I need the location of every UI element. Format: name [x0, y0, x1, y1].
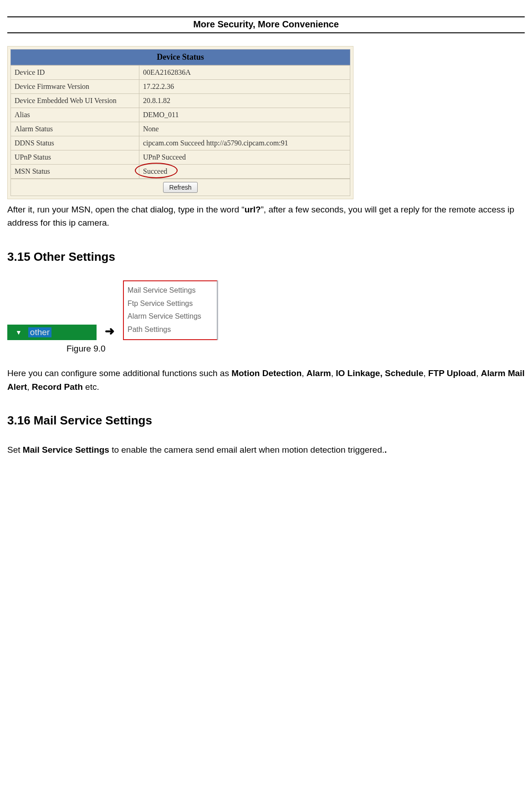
section-315-heading: 3.15 Other Settings	[7, 250, 525, 264]
status-key: Device Firmware Version	[11, 80, 139, 94]
text-bold: FTP Upload	[428, 368, 476, 378]
device-status-table: Device ID 00EA2162836A Device Firmware V…	[10, 65, 350, 179]
other-settings-paragraph: Here you can configure some additional f…	[7, 367, 525, 393]
text: ,	[423, 368, 428, 378]
text: ,	[331, 368, 336, 378]
text: ,	[476, 368, 481, 378]
status-key: Alias	[11, 108, 139, 122]
arrow-right-icon: ➜	[105, 324, 115, 338]
status-key: Device ID	[11, 66, 139, 80]
text: Set	[7, 445, 23, 455]
menu-item-ftp-service[interactable]: Ftp Service Settings	[128, 297, 213, 310]
menu-item-path-settings[interactable]: Path Settings	[128, 323, 213, 336]
status-key: UPnP Status	[11, 150, 139, 165]
text-bold: Mail Service Settings	[23, 445, 109, 455]
url-keyword: url?	[245, 205, 261, 214]
table-row: Device ID 00EA2162836A	[11, 66, 350, 80]
page-header-tagline: More Security, More Convenience	[7, 17, 525, 33]
status-key: MSN Status	[11, 165, 139, 179]
table-row: Alias DEMO_011	[11, 108, 350, 122]
status-value: Succeed	[139, 165, 350, 179]
other-dropdown-label: other	[28, 327, 51, 337]
status-value: cipcam.com Succeed http://a5790.cipcam.c…	[139, 136, 350, 150]
other-submenu: Mail Service Settings Ftp Service Settin…	[123, 280, 217, 340]
table-row: Alarm Status None	[11, 122, 350, 136]
text: to enable the camera send email alert wh…	[109, 445, 384, 455]
msn-status-value: Succeed	[143, 167, 167, 175]
text: ,	[302, 368, 307, 378]
text: After it, run your MSN, open the chat di…	[7, 205, 245, 214]
menu-item-alarm-service[interactable]: Alarm Service Settings	[128, 310, 213, 323]
text-bold: Alarm	[307, 368, 331, 378]
text: etc.	[83, 382, 99, 392]
table-row: MSN Status Succeed	[11, 165, 350, 179]
status-value: 20.8.1.82	[139, 94, 350, 108]
chevron-down-icon: ▼	[15, 329, 22, 336]
refresh-button[interactable]: Refresh	[163, 182, 197, 193]
status-key: Alarm Status	[11, 122, 139, 136]
status-value: DEMO_011	[139, 108, 350, 122]
status-key: DDNS Status	[11, 136, 139, 150]
other-dropdown-button[interactable]: ▼ other	[7, 325, 97, 340]
text-bold: Record Path	[32, 382, 83, 392]
section-316-heading: 3.16 Mail Service Settings	[7, 414, 525, 428]
text: ,	[27, 382, 32, 392]
table-row: UPnP Status UPnP Succeed	[11, 150, 350, 165]
status-value: UPnP Succeed	[139, 150, 350, 165]
table-row: DDNS Status cipcam.com Succeed http://a5…	[11, 136, 350, 150]
table-row: Device Embedded Web UI Version 20.8.1.82	[11, 94, 350, 108]
menu-item-mail-service[interactable]: Mail Service Settings	[128, 284, 213, 297]
device-status-footer: Refresh	[10, 179, 350, 196]
status-value: 00EA2162836A	[139, 66, 350, 80]
text-bold: Motion Detection	[231, 368, 302, 378]
status-key: Device Embedded Web UI Version	[11, 94, 139, 108]
text-bold-period: .	[384, 445, 387, 455]
mail-service-paragraph: Set Mail Service Settings to enable the …	[7, 443, 525, 456]
device-status-title: Device Status	[10, 49, 350, 65]
figure-9-0: ▼ other ➜ Mail Service Settings Ftp Serv…	[7, 280, 525, 340]
table-row: Device Firmware Version 17.22.2.36	[11, 80, 350, 94]
text-bold: IO Linkage, Schedule	[336, 368, 423, 378]
status-value: 17.22.2.36	[139, 80, 350, 94]
status-value: None	[139, 122, 350, 136]
text: Here you can configure some additional f…	[7, 368, 231, 378]
device-status-panel: Device Status Device ID 00EA2162836A Dev…	[7, 46, 353, 199]
msn-instruction-paragraph: After it, run your MSN, open the chat di…	[7, 203, 525, 230]
figure-9-0-caption: Figure 9.0	[66, 344, 525, 354]
